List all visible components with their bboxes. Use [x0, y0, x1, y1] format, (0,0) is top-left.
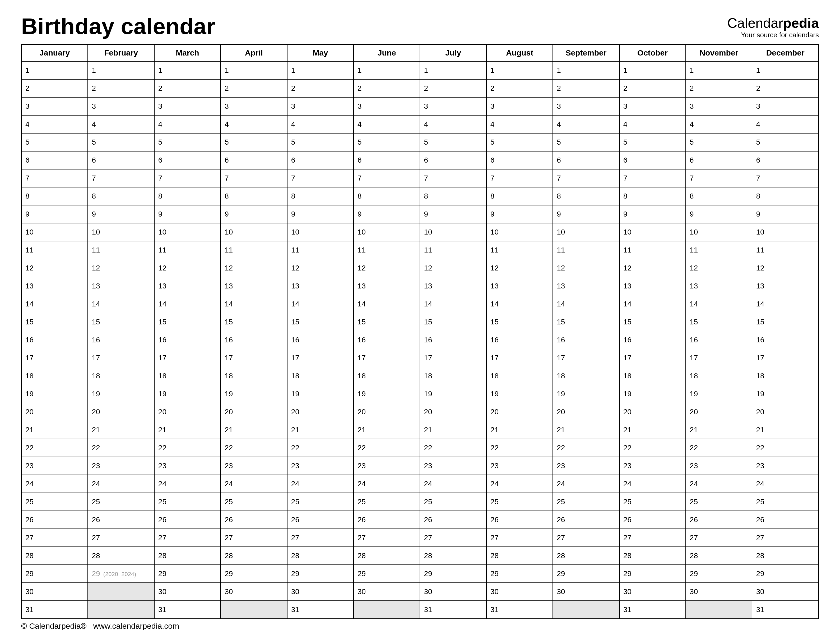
day-cell: 1: [686, 61, 752, 79]
day-cell: 1: [752, 61, 819, 79]
day-cell: 9: [686, 205, 752, 223]
day-cell: 4: [553, 115, 619, 133]
day-cell: 14: [686, 295, 752, 313]
day-cell: 25: [354, 493, 420, 511]
day-cell: 21: [686, 421, 752, 439]
day-cell: 6: [287, 151, 354, 169]
day-cell: 20: [686, 403, 752, 421]
day-cell: 22: [420, 439, 486, 457]
day-cell: 6: [88, 151, 154, 169]
day-cell: 4: [752, 115, 819, 133]
day-cell: 19: [154, 385, 221, 403]
day-cell: 23: [21, 457, 88, 475]
day-cell: 29: [221, 565, 287, 583]
day-cell: 18: [154, 367, 221, 385]
day-cell: 26: [221, 511, 287, 529]
day-cell: 18: [686, 367, 752, 385]
day-cell: 20: [354, 403, 420, 421]
day-cell: 7: [619, 169, 686, 187]
day-cell: 27: [354, 529, 420, 547]
day-cell: 30: [619, 583, 686, 601]
day-cell: 13: [686, 277, 752, 295]
day-cell: 3: [686, 97, 752, 115]
day-cell: 9: [752, 205, 819, 223]
day-cell: 15: [354, 313, 420, 331]
day-cell: 2: [420, 79, 486, 97]
day-cell: 29: [287, 565, 354, 583]
day-cell: 6: [619, 151, 686, 169]
month-header: December: [752, 44, 819, 61]
day-cell: 4: [287, 115, 354, 133]
day-cell: 5: [354, 133, 420, 151]
day-cell: 20: [486, 403, 553, 421]
day-cell: 8: [619, 187, 686, 205]
day-cell: 7: [88, 169, 154, 187]
day-cell: 31: [619, 601, 686, 619]
day-cell: 9: [553, 205, 619, 223]
day-cell: 23: [154, 457, 221, 475]
day-cell: 16: [154, 331, 221, 349]
day-cell: 29: [553, 565, 619, 583]
day-cell: 16: [21, 331, 88, 349]
day-cell: 25: [88, 493, 154, 511]
day-cell: 17: [486, 349, 553, 367]
day-cell: 23: [752, 457, 819, 475]
day-cell: 16: [221, 331, 287, 349]
day-cell: 8: [686, 187, 752, 205]
day-cell: 27: [420, 529, 486, 547]
day-cell: 24: [154, 475, 221, 493]
day-cell: 20: [619, 403, 686, 421]
day-cell: 1: [420, 61, 486, 79]
day-cell: 6: [686, 151, 752, 169]
day-cell: 18: [619, 367, 686, 385]
day-cell: 13: [486, 277, 553, 295]
day-cell: 23: [221, 457, 287, 475]
month-header: January: [21, 44, 88, 61]
day-cell: 24: [752, 475, 819, 493]
day-cell: 17: [619, 349, 686, 367]
brand-tagline: Your source for calendars: [727, 32, 819, 38]
day-cell: 25: [21, 493, 88, 511]
day-cell: 3: [420, 97, 486, 115]
day-cell: 25: [619, 493, 686, 511]
day-row: 555555555555: [21, 133, 819, 151]
day-cell: 2: [287, 79, 354, 97]
day-cell: 6: [486, 151, 553, 169]
day-cell: 21: [154, 421, 221, 439]
day-cell: 26: [619, 511, 686, 529]
day-cell: 2: [154, 79, 221, 97]
day-row: 161616161616161616161616: [21, 331, 819, 349]
day-cell: 23: [354, 457, 420, 475]
day-cell: 17: [287, 349, 354, 367]
day-cell: 8: [553, 187, 619, 205]
day-cell: 24: [354, 475, 420, 493]
day-cell: 6: [752, 151, 819, 169]
day-cell: 25: [486, 493, 553, 511]
day-cell: 14: [619, 295, 686, 313]
day-cell: 15: [88, 313, 154, 331]
day-cell: 30: [553, 583, 619, 601]
day-cell: 30: [420, 583, 486, 601]
day-cell: 25: [221, 493, 287, 511]
day-cell: 14: [221, 295, 287, 313]
day-cell: 4: [221, 115, 287, 133]
day-cell: 1: [354, 61, 420, 79]
day-cell: 25: [686, 493, 752, 511]
day-cell: 5: [486, 133, 553, 151]
day-cell: 31: [486, 601, 553, 619]
day-cell: 29: [354, 565, 420, 583]
day-row: 666666666666: [21, 151, 819, 169]
day-cell: 10: [154, 223, 221, 241]
day-cell: 21: [354, 421, 420, 439]
day-row: 121212121212121212121212: [21, 259, 819, 277]
day-cell: 7: [221, 169, 287, 187]
day-cell: 2: [686, 79, 752, 97]
day-cell: 5: [619, 133, 686, 151]
day-cell: 4: [486, 115, 553, 133]
day-cell: 11: [686, 241, 752, 259]
day-cell: 19: [354, 385, 420, 403]
day-cell: 5: [221, 133, 287, 151]
day-cell: 18: [354, 367, 420, 385]
day-cell: 12: [88, 259, 154, 277]
day-cell: 6: [221, 151, 287, 169]
